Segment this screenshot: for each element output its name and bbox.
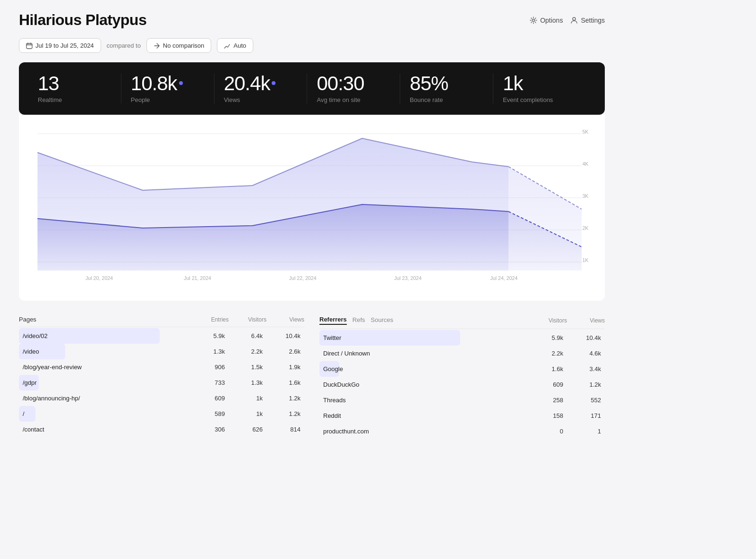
scale-button[interactable]: Auto xyxy=(217,38,253,53)
page-visitors: 1k xyxy=(225,395,263,402)
page-visitors: 2.2k xyxy=(225,348,263,355)
page-name: /blog/year-end-review xyxy=(23,364,187,371)
table-row[interactable]: /contact 306 626 814 xyxy=(19,422,304,437)
header-actions: Options Settings xyxy=(530,17,605,24)
options-button[interactable]: Options xyxy=(530,17,563,24)
chart-svg: 5K 4K 3K 2K 1K xyxy=(28,124,595,285)
pages-col-entries: Entries xyxy=(191,316,229,323)
table-row[interactable]: /video/02 5.9k 6.4k 10.4k xyxy=(19,328,304,344)
svg-text:Jul 23, 2024: Jul 23, 2024 xyxy=(394,275,421,281)
compare-icon xyxy=(154,42,160,49)
table-row[interactable]: Threads 258 552 xyxy=(319,392,605,408)
referrer-views: 171 xyxy=(563,412,601,419)
referrer-visitors: 2.2k xyxy=(525,350,563,357)
page-views: 1.2k xyxy=(263,395,301,402)
table-row[interactable]: /blog/year-end-review 906 1.5k 1.9k xyxy=(19,359,304,375)
pages-table-header: Pages Entries Visitors Views xyxy=(19,316,304,323)
app-title: Hilarious Platypus xyxy=(19,11,146,29)
referrer-visitors: 258 xyxy=(525,397,563,404)
pages-table-title: Pages xyxy=(19,316,191,323)
referrer-name: Direct / Unknown xyxy=(323,350,525,357)
tables-section: Pages Entries Visitors Views /video/02 5… xyxy=(19,316,605,439)
referrer-name: DuckDuckGo xyxy=(323,381,525,388)
stat-avgtime-value: 00:30 xyxy=(317,74,390,93)
table-row[interactable]: /blog/announcing-hp/ 609 1k 1.2k xyxy=(19,390,304,406)
calendar-icon xyxy=(26,42,33,49)
stat-bounce-label: Bounce rate xyxy=(410,96,483,103)
referrer-views: 1 xyxy=(563,428,601,435)
scale-label: Auto xyxy=(233,42,246,49)
settings-label: Settings xyxy=(581,17,605,24)
page-visitors: 1k xyxy=(225,410,263,417)
tab-sources[interactable]: Sources xyxy=(371,316,394,324)
page-name: / xyxy=(23,410,187,417)
ref-tabs: Referrers Refs Sources xyxy=(319,316,529,325)
page-entries: 733 xyxy=(187,379,225,386)
table-row[interactable]: Direct / Unknown 2.2k 4.6k xyxy=(319,346,605,361)
chart-icon xyxy=(224,42,231,49)
stat-realtime: 13 Realtime xyxy=(38,74,121,103)
referrer-visitors: 158 xyxy=(525,412,563,419)
svg-text:Jul 21, 2024: Jul 21, 2024 xyxy=(184,275,211,281)
svg-text:1K: 1K xyxy=(582,257,589,263)
table-row[interactable]: Reddit 158 171 xyxy=(319,408,605,423)
stat-views-value: 20.4k xyxy=(224,74,298,93)
page-views: 814 xyxy=(263,426,301,433)
person-icon xyxy=(570,17,578,24)
pages-table-panel: Pages Entries Visitors Views /video/02 5… xyxy=(19,316,304,439)
pages-col-visitors: Visitors xyxy=(229,316,266,323)
table-row[interactable]: Twitter 5.9k 10.4k xyxy=(319,330,605,346)
toolbar: Jul 19 to Jul 25, 2024 compared to No co… xyxy=(19,38,605,53)
stat-people: 10.8k People xyxy=(131,74,215,103)
referrer-visitors: 1.6k xyxy=(525,365,563,373)
svg-text:3K: 3K xyxy=(582,193,589,199)
referrer-name: Reddit xyxy=(323,412,525,419)
table-row[interactable]: DuckDuckGo 609 1.2k xyxy=(319,377,605,392)
page-visitors: 1.3k xyxy=(225,379,263,386)
svg-text:Jul 20, 2024: Jul 20, 2024 xyxy=(86,275,113,281)
stat-avgtime-label: Avg time on site xyxy=(317,96,390,103)
page-entries: 906 xyxy=(187,364,225,371)
page-views: 1.6k xyxy=(263,379,301,386)
table-row[interactable]: producthunt.com 0 1 xyxy=(319,423,605,439)
stat-realtime-label: Realtime xyxy=(38,96,112,103)
page-entries: 5.9k xyxy=(187,332,225,339)
people-dot xyxy=(179,81,183,85)
comparison-button[interactable]: No comparison xyxy=(146,38,211,53)
referrers-table-panel: Referrers Refs Sources Visitors Views Tw… xyxy=(319,316,605,439)
referrer-name: producthunt.com xyxy=(323,428,525,435)
page-entries: 306 xyxy=(187,426,225,433)
referrer-name: Google xyxy=(323,365,525,373)
svg-rect-2 xyxy=(26,43,32,49)
page-views: 10.4k xyxy=(263,332,301,339)
page-visitors: 626 xyxy=(225,426,263,433)
table-row[interactable]: / 589 1k 1.2k xyxy=(19,406,304,422)
pages-rows: /video/02 5.9k 6.4k 10.4k /video 1.3k 2.… xyxy=(19,328,304,437)
referrer-views: 3.4k xyxy=(563,365,601,373)
settings-button[interactable]: Settings xyxy=(570,17,605,24)
table-row[interactable]: Google 1.6k 3.4k xyxy=(319,361,605,377)
stats-bar: 13 Realtime 10.8k People 20.4k Views 00:… xyxy=(19,62,605,115)
referrers-col-visitors: Visitors xyxy=(529,317,567,324)
tab-refs[interactable]: Refs xyxy=(352,316,365,324)
date-range-button[interactable]: Jul 19 to Jul 25, 2024 xyxy=(19,38,101,53)
stat-realtime-value: 13 xyxy=(38,74,112,93)
stat-bounce: 85% Bounce rate xyxy=(410,74,493,103)
svg-text:5K: 5K xyxy=(582,129,589,135)
table-row[interactable]: /gdpr 733 1.3k 1.6k xyxy=(19,375,304,390)
referrer-views: 1.2k xyxy=(563,381,601,388)
table-row[interactable]: /video 1.3k 2.2k 2.6k xyxy=(19,344,304,359)
header: Hilarious Platypus Options Settings xyxy=(19,11,605,29)
stat-people-label: People xyxy=(131,96,205,103)
svg-text:4K: 4K xyxy=(582,161,589,167)
gear-icon xyxy=(530,17,537,24)
referrers-table-header: Referrers Refs Sources Visitors Views xyxy=(319,316,605,325)
page-name: /video xyxy=(23,348,187,355)
tab-referrers[interactable]: Referrers xyxy=(319,316,347,325)
page-views: 1.9k xyxy=(263,364,301,371)
comparison-label: No comparison xyxy=(163,42,204,49)
page-name: /blog/announcing-hp/ xyxy=(23,395,187,402)
referrer-visitors: 0 xyxy=(525,428,563,435)
referrer-views: 10.4k xyxy=(563,334,601,341)
compared-to-label: compared to xyxy=(107,42,141,49)
